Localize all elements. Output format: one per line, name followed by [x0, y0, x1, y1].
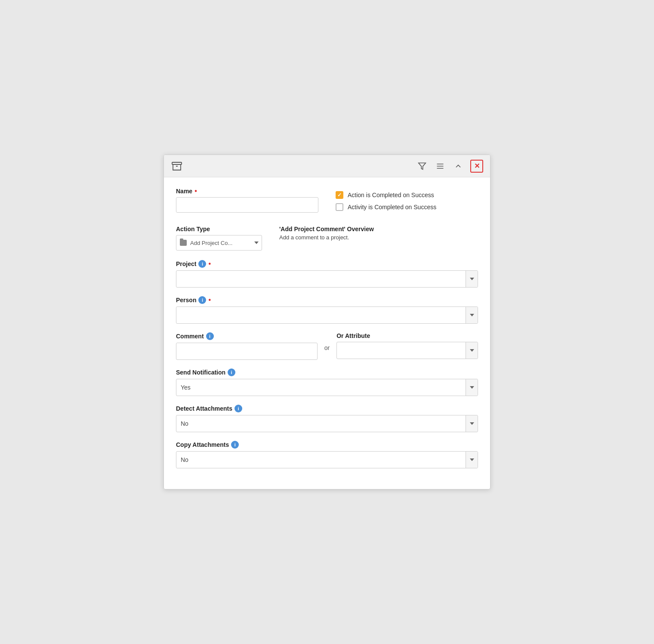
- person-info-icon[interactable]: i: [198, 296, 206, 304]
- titlebar-right: ✕: [416, 160, 483, 173]
- comment-left: Comment i: [176, 332, 318, 360]
- project-select-box[interactable]: [176, 270, 478, 288]
- checkmark-icon: ✓: [337, 192, 342, 198]
- menu-icon[interactable]: [434, 160, 446, 172]
- form-content: Name • ✓ Action is Completed on Success …: [164, 177, 490, 489]
- send-notification-arrow-icon: [470, 386, 474, 389]
- comment-input[interactable]: [176, 343, 318, 360]
- copy-attachments-value: No: [181, 456, 188, 463]
- action-type-value: Add Project Co...: [190, 240, 243, 246]
- detect-attachments-arrow-icon: [470, 422, 474, 425]
- name-field-section: Name •: [176, 188, 318, 215]
- detect-attachments-dropdown-btn[interactable]: [466, 415, 478, 432]
- or-label: or: [324, 332, 330, 351]
- or-attribute-arrow-icon: [470, 349, 474, 352]
- person-select: [176, 307, 478, 324]
- copy-attachments-section: Copy Attachments i No: [176, 441, 478, 468]
- copy-attachments-arrow-icon: [470, 458, 474, 461]
- or-attribute-label: Or Attribute: [336, 332, 478, 339]
- action-completed-checkbox[interactable]: ✓: [336, 191, 343, 199]
- main-window: ✕ Name • ✓ Action is Completed on Succes…: [164, 155, 490, 489]
- action-type-label: Action Type: [176, 226, 262, 232]
- copy-attachments-select-box[interactable]: No: [176, 451, 478, 468]
- overview-section: 'Add Project Comment' Overview Add a com…: [279, 226, 478, 251]
- send-notification-info-icon[interactable]: i: [228, 368, 235, 376]
- filter-icon[interactable]: [416, 160, 428, 172]
- send-notification-section: Send Notification i Yes: [176, 368, 478, 396]
- close-icon: ✕: [474, 162, 480, 170]
- send-notification-select: Yes: [176, 379, 478, 396]
- comment-info-icon[interactable]: i: [206, 332, 214, 340]
- copy-attachments-select: No: [176, 451, 478, 468]
- copy-attachments-label: Copy Attachments i: [176, 441, 478, 449]
- send-notification-select-box[interactable]: Yes: [176, 379, 478, 396]
- action-type-field: Action Type Add Project Co...: [176, 226, 262, 251]
- detect-attachments-section: Detect Attachments i No: [176, 405, 478, 432]
- comment-label: Comment i: [176, 332, 318, 340]
- project-label: Project i •: [176, 260, 478, 268]
- name-label: Name •: [176, 188, 318, 195]
- collapse-icon[interactable]: [452, 160, 464, 172]
- comment-split-row: Comment i or Or Attribute: [176, 332, 478, 360]
- overview-desc: Add a comment to a project.: [279, 234, 478, 241]
- project-select: [176, 270, 478, 288]
- send-notification-dropdown-btn[interactable]: [466, 379, 478, 396]
- svg-marker-2: [419, 163, 426, 169]
- name-required-dot: •: [194, 188, 197, 195]
- project-info-icon[interactable]: i: [198, 260, 206, 268]
- close-button[interactable]: ✕: [470, 160, 483, 173]
- project-arrow-icon: [470, 278, 474, 280]
- or-attribute-select-box[interactable]: [336, 342, 478, 359]
- person-select-box[interactable]: [176, 307, 478, 324]
- detect-attachments-select: No: [176, 415, 478, 432]
- titlebar-left: [171, 160, 183, 172]
- or-attribute-select: [336, 342, 478, 359]
- person-label: Person i •: [176, 296, 478, 304]
- activity-completed-checkbox[interactable]: [336, 203, 343, 211]
- action-type-section: Action Type Add Project Co... 'Add Proje…: [176, 226, 478, 251]
- person-arrow-icon: [470, 314, 474, 316]
- or-attribute-section: Or Attribute: [336, 332, 478, 359]
- copy-attachments-dropdown-btn[interactable]: [466, 452, 478, 468]
- activity-completed-row: Activity is Completed on Success: [336, 203, 478, 211]
- person-dropdown-btn[interactable]: [466, 307, 478, 323]
- app-icon: [171, 160, 183, 172]
- copy-attachments-info-icon[interactable]: i: [231, 441, 239, 449]
- name-input[interactable]: [176, 197, 318, 213]
- comment-field-section: Comment i or Or Attribute: [176, 332, 478, 360]
- project-required-dot: •: [208, 260, 211, 267]
- detect-attachments-select-box[interactable]: No: [176, 415, 478, 432]
- project-dropdown-btn[interactable]: [466, 271, 478, 287]
- project-field-section: Project i •: [176, 260, 478, 288]
- titlebar: ✕: [164, 155, 490, 177]
- person-required-dot: •: [208, 297, 211, 303]
- detect-attachments-value: No: [181, 420, 188, 427]
- send-notification-label: Send Notification i: [176, 368, 478, 376]
- overview-title: 'Add Project Comment' Overview: [279, 226, 478, 232]
- action-type-dropdown[interactable]: Add Project Co...: [176, 235, 262, 251]
- checkboxes-section: ✓ Action is Completed on Success Activit…: [336, 188, 478, 215]
- send-notification-value: Yes: [181, 384, 191, 391]
- or-attribute-dropdown-btn[interactable]: [466, 342, 478, 359]
- activity-completed-label: Activity is Completed on Success: [348, 204, 436, 211]
- action-completed-row: ✓ Action is Completed on Success: [336, 191, 478, 199]
- svg-rect-0: [172, 162, 182, 164]
- folder-icon: [180, 240, 187, 246]
- action-completed-label: Action is Completed on Success: [348, 192, 434, 198]
- person-field-section: Person i •: [176, 296, 478, 324]
- detect-attachments-info-icon[interactable]: i: [234, 405, 242, 412]
- top-section: Name • ✓ Action is Completed on Success …: [176, 188, 478, 215]
- detect-attachments-label: Detect Attachments i: [176, 405, 478, 412]
